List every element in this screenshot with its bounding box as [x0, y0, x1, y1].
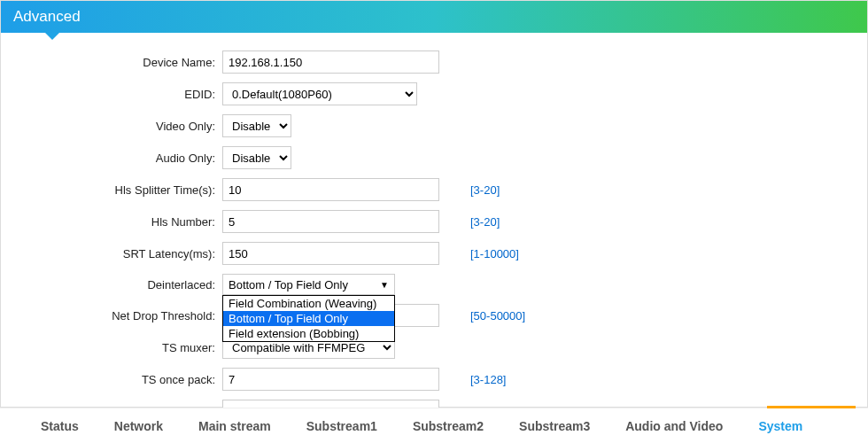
label-hls-splitter: Hls Splitter Time(s):	[10, 183, 222, 197]
row-hls-splitter: Hls Splitter Time(s): [3-20]	[10, 178, 858, 201]
row-audio-only: Audio Only: Disable	[10, 146, 858, 169]
active-tab-indicator	[767, 406, 856, 408]
nav-substream1[interactable]: Substream1	[292, 410, 391, 442]
nav-network[interactable]: Network	[100, 410, 177, 442]
nav-substream3[interactable]: Substream3	[505, 410, 604, 442]
audio-only-select[interactable]: Disable	[222, 146, 291, 169]
label-edid: EDID:	[10, 88, 222, 101]
srt-latency-input[interactable]	[222, 242, 439, 265]
deinterlaced-option-weaving[interactable]: Field Combination (Weaving)	[223, 296, 394, 311]
label-srt-latency: SRT Latency(ms):	[10, 247, 222, 260]
chevron-down-icon: ▼	[380, 280, 389, 290]
label-net-drop: Net Drop Threshold:	[10, 309, 222, 323]
deinterlaced-selected-value: Bottom / Top Field Only	[229, 278, 348, 291]
device-name-input[interactable]	[222, 51, 439, 74]
nav-substream2[interactable]: Substream2	[399, 410, 498, 442]
row-ts-once-pack: TS once pack: [3-128]	[10, 368, 858, 391]
main-panel: Advanced Device Name: EDID: 0.Default(10…	[0, 0, 868, 408]
hint-hls-number: [3-20]	[453, 215, 500, 229]
edid-select[interactable]: 0.Default(1080P60)	[222, 82, 417, 105]
label-hls-number: Hls Number:	[10, 215, 222, 229]
video-only-select[interactable]: Disable	[222, 114, 291, 137]
form-area: Device Name: EDID: 0.Default(1080P60) Vi…	[1, 33, 867, 440]
nav-main-stream[interactable]: Main stream	[184, 410, 285, 442]
row-deinterlaced: Deinterlaced: Bottom / Top Field Only ▼ …	[10, 274, 858, 295]
nav-status[interactable]: Status	[27, 410, 93, 442]
label-ts-muxer: TS muxer:	[10, 341, 222, 354]
hint-net-drop: [50-50000]	[453, 309, 525, 323]
row-hls-number: Hls Number: [3-20]	[10, 210, 858, 233]
label-audio-only: Audio Only:	[10, 152, 222, 165]
label-video-only: Video Only:	[10, 120, 222, 133]
row-srt-latency: SRT Latency(ms): [1-10000]	[10, 242, 858, 265]
row-device-name: Device Name:	[10, 51, 858, 74]
label-deinterlaced: Deinterlaced:	[10, 278, 222, 291]
row-edid: EDID: 0.Default(1080P60)	[10, 82, 858, 105]
deinterlaced-options: Field Combination (Weaving) Bottom / Top…	[222, 295, 395, 342]
deinterlaced-select[interactable]: Bottom / Top Field Only ▼	[222, 274, 395, 295]
row-net-drop: Net Drop Threshold: [50-50000]	[10, 304, 858, 327]
nav-system[interactable]: System	[744, 410, 817, 442]
hint-hls-splitter: [3-20]	[453, 183, 500, 197]
row-ts-muxer: TS muxer: Compatible with FFMPEG	[10, 336, 858, 359]
hls-splitter-input[interactable]	[222, 178, 439, 201]
bottom-navbar: Status Network Main stream Substream1 Su…	[0, 408, 868, 443]
row-video-only: Video Only: Disable	[10, 114, 858, 137]
hint-srt-latency: [1-10000]	[453, 247, 519, 260]
panel-title: Advanced	[13, 8, 81, 25]
nav-audio-video[interactable]: Audio and Video	[611, 410, 737, 442]
panel-header: Advanced	[1, 1, 867, 33]
deinterlaced-option-bobbing[interactable]: Field extension (Bobbing)	[223, 326, 394, 341]
label-ts-once-pack: TS once pack:	[10, 373, 222, 386]
ts-once-pack-input[interactable]	[222, 368, 439, 391]
deinterlaced-option-bottom-top[interactable]: Bottom / Top Field Only	[223, 311, 394, 326]
label-device-name: Device Name:	[10, 56, 222, 69]
hint-ts-once-pack: [3-128]	[453, 373, 506, 386]
hls-number-input[interactable]	[222, 210, 439, 233]
